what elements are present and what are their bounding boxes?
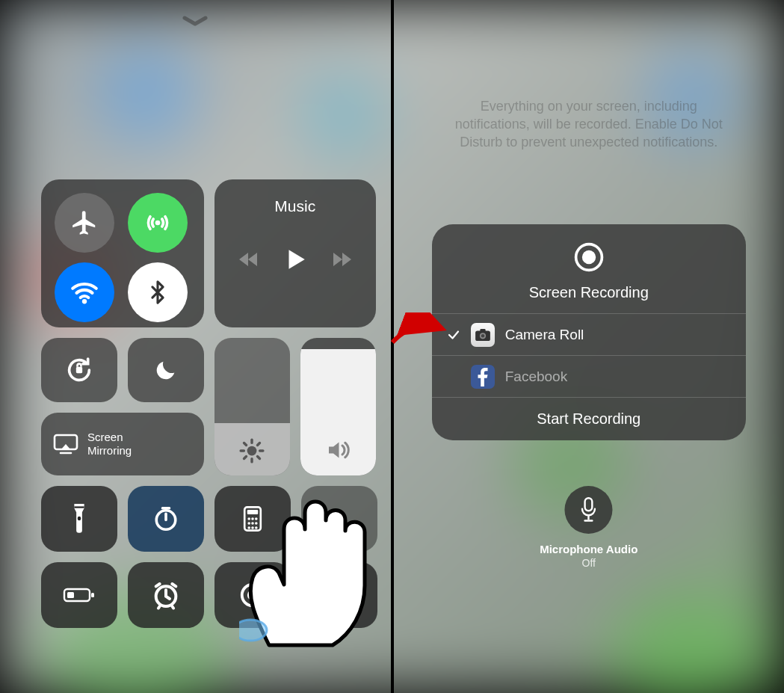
brightness-icon — [239, 438, 265, 463]
hand-pointer-icon — [239, 484, 377, 649]
svg-line-12 — [258, 443, 260, 446]
record-icon — [572, 241, 605, 274]
svg-point-1 — [82, 299, 87, 304]
option-label: Facebook — [505, 369, 567, 385]
svg-point-0 — [155, 221, 160, 226]
microphone-icon — [579, 497, 599, 523]
wifi-icon — [69, 277, 100, 308]
svg-line-11 — [244, 457, 247, 459]
option-label: Camera Roll — [505, 327, 584, 343]
timer-button[interactable] — [128, 486, 204, 552]
screen-mirroring-icon — [53, 434, 78, 455]
cellular-icon — [143, 208, 173, 238]
svg-point-48 — [582, 250, 596, 264]
svg-line-36 — [172, 606, 173, 609]
brightness-slider[interactable] — [214, 338, 290, 475]
microphone-audio-toggle[interactable]: Microphone Audio Off — [540, 486, 638, 569]
moon-icon — [153, 357, 179, 383]
do-not-disturb-button[interactable] — [128, 338, 204, 402]
flashlight-icon — [70, 503, 89, 535]
check-icon — [447, 328, 460, 342]
low-power-button[interactable] — [41, 562, 117, 628]
svg-rect-53 — [585, 498, 593, 511]
facebook-app-icon — [471, 365, 495, 389]
airplane-icon — [70, 209, 99, 237]
screen-recording-title: Screen Recording — [432, 284, 746, 301]
bluetooth-toggle[interactable] — [128, 262, 188, 322]
svg-line-9 — [244, 443, 247, 446]
microphone-label: Microphone Audio — [540, 543, 638, 555]
svg-rect-30 — [91, 593, 94, 597]
music-label: Music — [274, 197, 315, 215]
svg-rect-13 — [78, 517, 81, 521]
svg-rect-2 — [76, 367, 82, 373]
volume-icon — [324, 437, 351, 463]
annotation-arrow-icon — [389, 312, 448, 350]
timer-icon — [152, 505, 179, 532]
wifi-toggle[interactable] — [55, 262, 114, 322]
svg-rect-31 — [67, 592, 74, 598]
play-icon[interactable] — [283, 247, 308, 272]
alarm-button[interactable] — [128, 562, 204, 628]
music-card[interactable]: Music — [214, 179, 376, 327]
volume-slider[interactable] — [300, 338, 376, 475]
svg-rect-14 — [74, 506, 84, 508]
airplane-mode-toggle[interactable] — [55, 193, 114, 253]
svg-rect-50 — [480, 328, 485, 332]
svg-line-33 — [156, 584, 160, 586]
svg-line-34 — [172, 584, 176, 586]
battery-icon — [63, 586, 96, 604]
destination-option-facebook[interactable]: Facebook — [432, 355, 746, 397]
svg-point-4 — [247, 446, 257, 456]
recording-warning-text: Everything on your screen, including not… — [447, 97, 731, 151]
screen-mirroring-button[interactable]: ScreenMirroring — [41, 413, 204, 475]
chevron-down-icon[interactable] — [180, 15, 210, 28]
svg-point-52 — [481, 334, 485, 338]
svg-line-35 — [158, 606, 160, 609]
svg-line-10 — [258, 457, 260, 459]
alarm-icon — [151, 580, 181, 610]
flashlight-button[interactable] — [41, 486, 117, 552]
cellular-data-toggle[interactable] — [128, 193, 188, 253]
orientation-lock-button[interactable] — [41, 338, 117, 402]
orientation-lock-icon — [64, 355, 94, 385]
microphone-state: Off — [540, 557, 638, 569]
svg-point-56 — [239, 620, 267, 641]
start-recording-button[interactable]: Start Recording — [432, 397, 746, 440]
screen-recording-card: Screen Recording Camera Roll — [432, 224, 746, 440]
screen-mirroring-label: ScreenMirroring — [87, 431, 132, 458]
screen-recording-sheet: Everything on your screen, including not… — [394, 0, 785, 693]
bluetooth-icon — [145, 280, 170, 305]
photos-app-icon — [471, 323, 495, 347]
destination-option-camera-roll[interactable]: Camera Roll — [432, 313, 746, 355]
previous-track-icon[interactable] — [238, 250, 260, 268]
connectivity-card — [41, 179, 204, 327]
next-track-icon[interactable] — [330, 250, 353, 268]
